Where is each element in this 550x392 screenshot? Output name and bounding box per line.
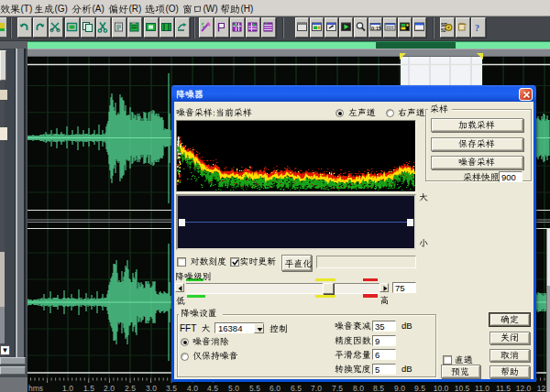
svg-text:4.5: 4.5 bbox=[207, 384, 218, 392]
svg-text:1.5: 1.5 bbox=[83, 384, 94, 392]
svg-text:11.0: 11.0 bbox=[475, 384, 490, 392]
svg-text:8.0: 8.0 bbox=[353, 384, 364, 392]
svg-text:10.0: 10.0 bbox=[434, 384, 449, 392]
svg-text:4.0: 4.0 bbox=[187, 384, 198, 392]
svg-text:2.5: 2.5 bbox=[125, 384, 136, 392]
svg-text:3.0: 3.0 bbox=[146, 384, 157, 392]
svg-text:7.0: 7.0 bbox=[311, 384, 322, 392]
svg-text:6.0: 6.0 bbox=[270, 384, 280, 392]
svg-text:7.5: 7.5 bbox=[332, 384, 343, 392]
svg-text:9.5: 9.5 bbox=[414, 384, 425, 392]
svg-text:10.5: 10.5 bbox=[455, 384, 470, 392]
svg-text:6.5: 6.5 bbox=[291, 384, 302, 392]
svg-text:5.5: 5.5 bbox=[249, 384, 260, 392]
svg-text:12.0: 12.0 bbox=[516, 384, 532, 392]
svg-text:5.0: 5.0 bbox=[228, 384, 239, 392]
svg-text:11.5: 11.5 bbox=[496, 384, 511, 392]
svg-text:3.5: 3.5 bbox=[166, 384, 177, 392]
svg-text:2.0: 2.0 bbox=[104, 384, 115, 392]
svg-text:9.0: 9.0 bbox=[394, 384, 405, 392]
svg-text:8.5: 8.5 bbox=[373, 384, 384, 392]
svg-text:hms: hms bbox=[28, 384, 43, 392]
svg-text:1.0: 1.0 bbox=[62, 384, 73, 392]
